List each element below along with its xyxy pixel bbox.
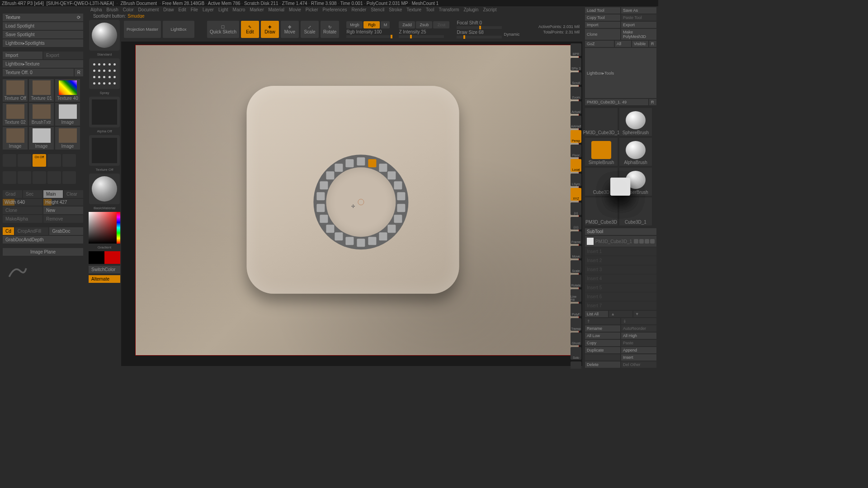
rename-button[interactable]: Rename [585, 325, 620, 332]
subtool-item[interactable]: PM3D_Cube3D_1 [585, 236, 656, 247]
autoreorder-button[interactable]: AutoReorder [621, 325, 656, 332]
dial-tool-icon[interactable] [357, 157, 365, 165]
menu-color[interactable]: Color [123, 7, 134, 12]
draw-button[interactable]: ✚Draw [261, 21, 279, 38]
dial-tool-icon[interactable] [387, 171, 396, 179]
rotate-icon[interactable] [47, 154, 61, 167]
texture-thumb[interactable]: Image [55, 103, 80, 126]
tool-b-icon[interactable] [18, 171, 31, 184]
subtool-slot[interactable]: Insert 5 [585, 283, 656, 292]
on-off-toggle[interactable]: On Off [33, 154, 46, 167]
move-up-icon[interactable]: ⇑ [585, 318, 620, 324]
dial-tool-icon[interactable] [394, 215, 402, 223]
rail-local-button[interactable]: Local [571, 159, 581, 172]
texture-thumb[interactable]: Texture 02 [3, 103, 28, 126]
arrow-up-icon[interactable]: ▲ [609, 311, 632, 317]
rail-scroll-button[interactable]: Scroll [571, 72, 581, 85]
tool-thumb[interactable]: SimpleBrush [585, 138, 618, 166]
dial-tool-icon[interactable] [335, 164, 343, 172]
viewport[interactable]: ✢ [136, 45, 579, 355]
insert-button[interactable]: Insert [621, 354, 656, 361]
rail-zoom-button[interactable]: Zoom [571, 87, 581, 99]
switchcolor-button[interactable]: SwitchColor [89, 266, 120, 273]
rail-aahalf-button[interactable]: AAHalf [571, 116, 581, 128]
menu-material[interactable]: Material [269, 7, 285, 12]
quicksketch-button[interactable]: ☐Quick Sketch [207, 21, 239, 38]
dial-tool-icon[interactable] [394, 181, 402, 189]
tool-c-icon[interactable] [33, 171, 46, 184]
texture-thumb[interactable]: Texture Off [3, 79, 28, 102]
rail-xyz-button[interactable]: XYZ [571, 188, 581, 201]
menu-stencil[interactable]: Stencil [371, 7, 384, 12]
rail-actual-button[interactable]: Actual [571, 101, 581, 114]
dial-tool-icon[interactable] [320, 215, 328, 223]
current-tool-r-button[interactable]: R [649, 99, 656, 105]
dial-tool-icon[interactable] [345, 159, 354, 167]
subtool-slot[interactable]: Insert 2 [585, 256, 656, 265]
menu-draw[interactable]: Draw [163, 7, 174, 12]
menu-zscript[interactable]: Zscript [483, 7, 496, 12]
texture-thumb[interactable]: Texture 40 [55, 79, 80, 102]
dial-tool-icon[interactable] [387, 225, 396, 233]
dial-tool-icon[interactable] [316, 192, 325, 200]
palette-pin-icon[interactable]: ⟳ [77, 15, 80, 20]
copy-tool-button[interactable]: Copy Tool [585, 14, 620, 21]
menu-light[interactable]: Light [218, 7, 228, 12]
rail-transp-button[interactable]: Transp [571, 318, 581, 331]
tool-thumb[interactable]: SphereBrush [619, 108, 652, 136]
subtool-header[interactable]: SubTool [585, 228, 656, 235]
clone-tool-button[interactable]: Clone [585, 29, 620, 40]
tool-thumb[interactable]: AlphaBrush [619, 138, 652, 166]
paste-tool-button[interactable]: Paste Tool [621, 14, 656, 21]
rotate-button[interactable]: ↻Rotate [321, 21, 339, 38]
grabdoc-button[interactable]: GrabDoc [49, 227, 83, 235]
lightbox-tools-button[interactable]: Lightbox▸Tools [585, 48, 656, 98]
image-plane-button[interactable]: Image Plane [3, 248, 83, 256]
dial-tool-icon[interactable] [397, 192, 405, 200]
append-button[interactable]: Append [621, 347, 656, 353]
export-tool-button[interactable]: Export [621, 22, 656, 28]
texture-thumb[interactable]: Image [29, 127, 54, 150]
menu-edit[interactable]: Edit [179, 7, 186, 12]
tool-thumb[interactable]: PM3D_Cube3D_1 [585, 108, 618, 136]
rail-solo-button[interactable]: Solo [571, 347, 581, 360]
texture-thumb[interactable]: Image [3, 127, 28, 150]
export-button[interactable]: Export [43, 52, 83, 59]
dial-center-icon[interactable] [358, 199, 364, 205]
spotlight-dial[interactable]: ✢ [313, 155, 408, 249]
move-button[interactable]: ✥Move [281, 21, 299, 38]
menu-document[interactable]: Document [138, 7, 159, 12]
goz-r-button[interactable]: R [649, 41, 656, 47]
menu-zplugin[interactable]: Zplugin [464, 7, 479, 12]
zadd-button[interactable]: Zadd [399, 21, 415, 28]
texture-thumb[interactable]: Image [55, 127, 80, 150]
all-low-button[interactable]: All Low [585, 333, 620, 339]
import-button[interactable]: Import [3, 52, 42, 59]
move-down-icon[interactable]: ⇓ [621, 318, 656, 324]
rail-move-button[interactable]: Move [571, 246, 581, 258]
rail-frame-button[interactable]: Frame [571, 231, 581, 244]
rail-scale-button[interactable]: Scale [571, 260, 581, 273]
save-spotlight-button[interactable]: Save Spotlight [3, 31, 83, 38]
texture-thumb[interactable]: Texture 01 [29, 79, 54, 102]
dial-tool-icon[interactable] [357, 239, 365, 247]
list-all-button[interactable]: List All [585, 311, 608, 317]
clone-button[interactable]: Clone [3, 206, 42, 214]
dial-tool-icon[interactable] [326, 225, 334, 233]
clear-button[interactable]: Clear [64, 190, 83, 198]
color-swatches[interactable] [89, 251, 120, 264]
subtool-slot[interactable]: Insert 1 [585, 247, 656, 256]
subtool-slot[interactable]: Insert 7 [585, 301, 656, 310]
rail-bpr-button[interactable]: BPR [571, 43, 581, 56]
rail-o-button[interactable]: (o) [571, 202, 581, 215]
rail-spix3-button[interactable]: SPix 3 [571, 58, 581, 70]
texture-r-button[interactable]: R [75, 69, 83, 76]
main-button[interactable]: Main [43, 190, 63, 198]
dial-tool-icon[interactable] [379, 164, 387, 172]
menu-layer[interactable]: Layer [203, 7, 214, 12]
goz-visible-button[interactable]: Visible [632, 41, 648, 47]
rail--button[interactable]: (◎) [571, 217, 581, 230]
current-tool-button[interactable]: PM3D_Cube3D_1. 49 [585, 99, 648, 105]
lightbox-button[interactable]: LightBox [163, 21, 194, 38]
tool-d-icon[interactable] [47, 171, 61, 184]
